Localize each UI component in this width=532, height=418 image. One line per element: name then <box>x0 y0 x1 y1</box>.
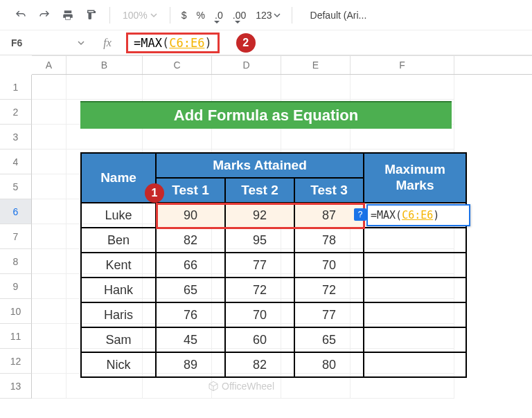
col-header-b[interactable]: B <box>66 56 143 74</box>
row-header[interactable]: 6 <box>0 199 32 224</box>
formula-bar-row: F6 fx =MAX(C6:E6) 2 <box>0 30 532 55</box>
row-header[interactable]: 3 <box>0 125 32 149</box>
col-header-d[interactable]: D <box>212 56 281 74</box>
font-dropdown[interactable]: Default (Ari... <box>308 10 370 21</box>
currency-button[interactable]: $ <box>179 10 190 21</box>
inline-formula-text: =MAX(C6:E6) <box>371 209 439 221</box>
cell-max[interactable] <box>364 253 466 278</box>
cell-t2[interactable]: 82 <box>225 352 294 377</box>
cell-t3[interactable]: 70 <box>294 253 364 278</box>
cell-t2[interactable]: 70 <box>225 302 294 327</box>
table-row: Hank 65 72 72 <box>81 278 466 302</box>
row-header[interactable]: 2 <box>0 100 32 125</box>
chevron-down-icon <box>274 12 281 19</box>
header-marks: Marks Attained <box>156 153 364 178</box>
row-headers: 1 2 3 4 5 6 7 8 9 10 11 12 13 <box>0 75 32 399</box>
cell-name[interactable]: Kent <box>81 253 156 278</box>
row-header[interactable]: 11 <box>0 324 32 349</box>
chevron-down-icon <box>78 39 85 46</box>
separator <box>170 7 170 24</box>
row-header[interactable]: 5 <box>0 174 32 199</box>
title-banner: Add Formula as Equation <box>80 101 452 129</box>
formula-bar[interactable]: =MAX(C6:E6) <box>126 33 220 53</box>
sheet-area: A B C D E F 1 2 3 4 5 6 7 8 9 10 11 12 1… <box>0 55 532 399</box>
row-header[interactable]: 9 <box>0 274 32 299</box>
cell-max[interactable] <box>364 327 466 352</box>
cell-t1[interactable]: 65 <box>156 278 225 302</box>
col-header-f[interactable]: F <box>351 56 454 74</box>
cell-t3[interactable]: 87 <box>294 203 364 228</box>
increase-decimal-button[interactable]: .00 <box>230 10 249 21</box>
header-test2: Test 2 <box>225 178 294 203</box>
redo-icon[interactable] <box>35 6 54 25</box>
number-format-dropdown[interactable]: 123 <box>253 10 283 21</box>
cell-t2[interactable]: 72 <box>225 278 294 302</box>
cell-name[interactable]: Hank <box>81 278 156 302</box>
grid[interactable]: Add Formula as Equation Name Marks Attai… <box>32 75 454 399</box>
table-row: Sam 45 60 65 <box>81 327 466 352</box>
cell-name[interactable]: Nick <box>81 352 156 377</box>
cell-name[interactable]: Haris <box>81 302 156 327</box>
table-row: Haris 76 70 77 <box>81 302 466 327</box>
row-header[interactable]: 4 <box>0 149 32 174</box>
row-header[interactable]: 10 <box>0 299 32 324</box>
header-max-label: Maximum Marks <box>364 162 466 194</box>
cell-max[interactable] <box>364 278 466 302</box>
num-format-label: 123 <box>256 10 272 21</box>
separator <box>109 7 110 24</box>
zoom-dropdown[interactable]: 100% <box>118 10 161 21</box>
cell-t3[interactable]: 72 <box>294 278 364 302</box>
data-table: Name Marks Attained Test 1 Test 2 Test 3… <box>80 152 467 378</box>
cell-t3[interactable]: 77 <box>294 302 364 327</box>
formula-help-icon[interactable]: ? <box>354 208 366 221</box>
row-header[interactable]: 1 <box>0 75 32 100</box>
dec-inc-label: .00 <box>233 10 246 21</box>
decrease-decimal-button[interactable]: .0 <box>212 10 226 21</box>
undo-icon[interactable] <box>11 6 30 25</box>
row-header[interactable]: 8 <box>0 249 32 274</box>
name-box[interactable]: F6 <box>7 37 69 48</box>
header-test1: Test 1 <box>156 178 225 203</box>
cell-t3[interactable]: 78 <box>294 228 364 253</box>
cell-max[interactable] <box>364 302 466 327</box>
separator <box>292 7 292 24</box>
watermark: OfficeWheel <box>208 381 274 392</box>
row-header[interactable]: 13 <box>0 374 32 399</box>
cell-name[interactable]: Ben <box>81 228 156 253</box>
zoom-value: 100% <box>123 10 148 21</box>
cell-t1[interactable]: 45 <box>156 327 225 352</box>
percent-button[interactable]: % <box>194 10 208 21</box>
cell-t1[interactable]: 90 <box>156 203 225 228</box>
cell-max[interactable] <box>364 228 466 253</box>
cell-t3[interactable]: 65 <box>294 327 364 352</box>
cell-name[interactable]: Luke <box>81 203 156 228</box>
cell-t1[interactable]: 89 <box>156 352 225 377</box>
col-header-a[interactable]: A <box>32 56 66 74</box>
header-test3: Test 3 <box>294 178 364 203</box>
watermark-text: OfficeWheel <box>222 381 274 392</box>
cell-t2[interactable]: 95 <box>225 228 294 253</box>
cube-icon <box>208 381 219 392</box>
name-box-dropdown[interactable] <box>78 37 89 48</box>
cell-max[interactable] <box>364 352 466 377</box>
cell-t1[interactable]: 76 <box>156 302 225 327</box>
formula-bar-text: =MAX(C6:E6) <box>134 36 212 50</box>
paint-format-icon[interactable] <box>82 6 101 25</box>
chevron-down-icon <box>150 12 157 19</box>
cell-t2[interactable]: 77 <box>225 253 294 278</box>
cell-t3[interactable]: 80 <box>294 352 364 377</box>
table-row: Ben 82 95 78 <box>81 228 466 253</box>
cell-name[interactable]: Sam <box>81 327 156 352</box>
cell-t1[interactable]: 66 <box>156 253 225 278</box>
cell-t2[interactable]: 92 <box>225 203 294 228</box>
table-row: Kent 66 77 70 <box>81 253 466 278</box>
cell-t2[interactable]: 60 <box>225 327 294 352</box>
inline-formula-editor[interactable]: =MAX(C6:E6) <box>366 204 470 226</box>
dec-dec-label: .0 <box>215 10 223 21</box>
col-header-e[interactable]: E <box>281 56 351 74</box>
row-header[interactable]: 7 <box>0 224 32 249</box>
cell-t1[interactable]: 82 <box>156 228 225 253</box>
col-header-c[interactable]: C <box>143 56 212 74</box>
row-header[interactable]: 12 <box>0 349 32 374</box>
print-icon[interactable] <box>58 6 78 25</box>
